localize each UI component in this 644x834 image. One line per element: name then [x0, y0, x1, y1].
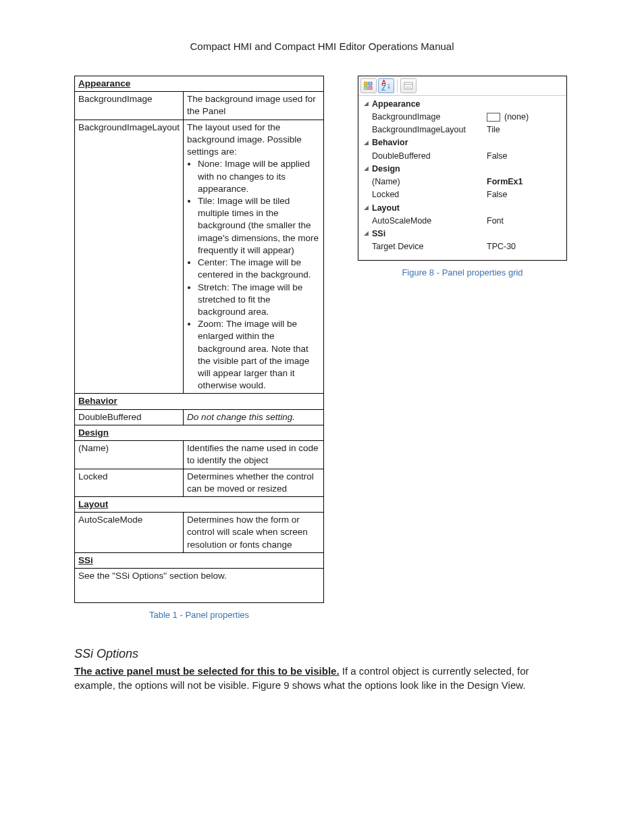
- row-autoscale-name: AutoScaleMode: [75, 513, 184, 553]
- list-item: Center: The image will be centered in th…: [198, 257, 320, 281]
- propgrid-row-name[interactable]: (Name)FormEx1: [358, 176, 566, 188]
- propgrid-category-appearance[interactable]: ◢Appearance: [358, 97, 566, 110]
- list-item: Stretch: The image will be stretched to …: [198, 282, 320, 319]
- collapse-icon[interactable]: ◢: [361, 204, 371, 212]
- property-grid: AZ↓ ◢Appearance BackgroundImage(none) Ba…: [358, 76, 567, 261]
- svg-rect-2: [364, 86, 367, 90]
- collapse-icon[interactable]: ◢: [361, 100, 371, 108]
- row-bgimage-name: BackgroundImage: [75, 92, 184, 120]
- row-doublebuffered-desc: Do not change this setting.: [184, 409, 324, 425]
- propgrid-row-target[interactable]: Target DeviceTPC-30: [358, 240, 566, 253]
- property-pages-icon[interactable]: [400, 78, 417, 93]
- propgrid-category-behavior[interactable]: ◢Behavior: [358, 136, 566, 149]
- image-swatch-icon: [487, 113, 500, 122]
- propgrid-row-locked[interactable]: LockedFalse: [358, 188, 566, 201]
- section-appearance: Appearance: [75, 76, 324, 92]
- propgrid-row-autoscale[interactable]: AutoScaleModeFont: [358, 214, 566, 227]
- categorized-icon[interactable]: [360, 78, 377, 93]
- propgrid-category-ssi[interactable]: ◢SSi: [358, 228, 566, 240]
- collapse-icon[interactable]: ◢: [361, 139, 371, 147]
- list-item: Zoom: The image will be enlarged within …: [198, 318, 320, 392]
- svg-rect-3: [369, 86, 372, 90]
- panel-properties-table: Appearance BackgroundImage The backgroun…: [74, 76, 324, 603]
- row-name-desc: Identifies the name used in code to iden…: [184, 441, 324, 469]
- propgrid-row-bgimagelayout[interactable]: BackgroundImageLayoutTile: [358, 124, 566, 136]
- svg-rect-1: [369, 82, 372, 85]
- row-locked-name: Locked: [75, 469, 184, 496]
- row-ssi-text: See the "SSi Options" section below.: [75, 569, 324, 603]
- svg-rect-0: [364, 82, 367, 85]
- row-doublebuffered-name: DoubleBuffered: [75, 409, 184, 425]
- row-bgimage-desc: The background image used for the Panel: [184, 92, 324, 120]
- section-behavior: Behavior: [75, 394, 324, 409]
- row-name-name: (Name): [75, 441, 184, 469]
- section-layout: Layout: [75, 497, 324, 513]
- propgrid-row-bgimage[interactable]: BackgroundImage(none): [358, 110, 566, 123]
- page-header: Compact HMI and Compact HMI Editor Opera…: [74, 41, 570, 52]
- section-design: Design: [75, 425, 324, 440]
- ssi-options-heading: SSi Options: [74, 647, 570, 661]
- table-caption: Table 1 - Panel properties: [74, 610, 324, 620]
- row-locked-desc: Determines whether the control can be mo…: [184, 469, 324, 496]
- ssi-body-emphasis: The active panel must be selected for th…: [74, 665, 340, 677]
- propgrid-toolbar: AZ↓: [358, 76, 566, 96]
- alphabetical-icon[interactable]: AZ↓: [378, 78, 394, 93]
- row-bgimagelayout-desc: The layout used for the background image…: [184, 120, 324, 394]
- collapse-icon[interactable]: ◢: [361, 165, 371, 173]
- toolbar-separator: [397, 79, 398, 93]
- row-autoscale-desc: Determines how the form or control will …: [184, 513, 324, 553]
- propgrid-category-layout[interactable]: ◢Layout: [358, 201, 566, 214]
- propgrid-row-doublebuffered[interactable]: DoubleBufferedFalse: [358, 149, 566, 162]
- row-bgimagelayout-name: BackgroundImageLayout: [75, 120, 184, 394]
- figure-caption: Figure 8 - Panel properties grid: [358, 267, 567, 278]
- bgimagelayout-intro: The layout used for the background image…: [187, 122, 302, 157]
- list-item: Tile: Image will be tiled multiple times…: [198, 195, 320, 257]
- list-item: None: Image will be applied with no chan…: [198, 158, 320, 195]
- propgrid-category-design[interactable]: ◢Design: [358, 162, 566, 175]
- section-ssi: SSi: [75, 552, 324, 568]
- collapse-icon[interactable]: ◢: [361, 230, 371, 238]
- ssi-options-body: The active panel must be selected for th…: [74, 664, 570, 692]
